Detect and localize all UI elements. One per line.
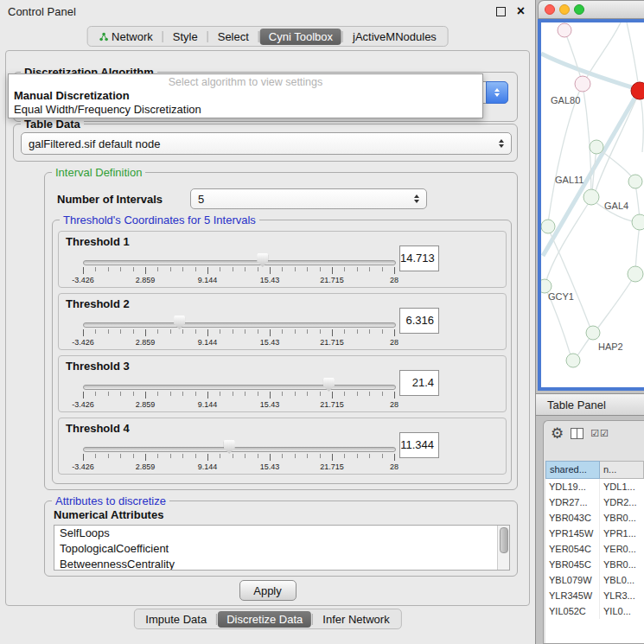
bottom-tab-discretize-data[interactable]: Discretize Data bbox=[218, 611, 311, 628]
apply-button[interactable]: Apply bbox=[239, 580, 296, 601]
group-label-attributes: Attributes to discretize bbox=[52, 494, 169, 507]
numerical-attributes-list[interactable]: SelfLoopsTopologicalCoefficientBetweenne… bbox=[54, 525, 510, 571]
table-row[interactable]: YER054CYER0... bbox=[545, 541, 644, 557]
table-row[interactable]: YPR145WYPR1... bbox=[545, 526, 644, 541]
tab-label: Impute Data bbox=[145, 613, 207, 626]
tab-label: Network bbox=[112, 30, 153, 43]
combobox-arrows-icon[interactable] bbox=[486, 81, 508, 104]
table-row[interactable]: YLR345WYLR3... bbox=[545, 588, 644, 603]
bottom-tab-infer-network[interactable]: Infer Network bbox=[314, 611, 398, 628]
scale-label: 28 bbox=[390, 400, 399, 409]
threshold-value-field[interactable]: 14.713 bbox=[399, 245, 439, 271]
scale-label: 9.144 bbox=[198, 462, 218, 471]
table-rows: YDL19...YDL1...YDR27...YDR2...YBR043CYBR… bbox=[545, 479, 644, 643]
scale-label: 28 bbox=[390, 276, 399, 284]
tab-separator bbox=[342, 31, 343, 42]
scrollbar-thumb[interactable] bbox=[500, 527, 508, 553]
threshold-value-field[interactable]: 21.4 bbox=[399, 370, 439, 396]
table-cell: YDR27... bbox=[545, 494, 600, 510]
tab-network[interactable]: Network bbox=[90, 29, 162, 45]
threshold-label: Threshold 3 bbox=[66, 360, 130, 373]
tab-cyni-toolbox[interactable]: Cyni Toolbox bbox=[260, 29, 341, 45]
table-cell: YDL1... bbox=[600, 479, 644, 494]
slider-track[interactable] bbox=[83, 385, 396, 390]
bottom-tab-impute-data[interactable]: Impute Data bbox=[137, 611, 215, 628]
threshold-label: Threshold 2 bbox=[66, 297, 130, 310]
network-node-green[interactable] bbox=[628, 266, 643, 282]
network-node-green[interactable] bbox=[586, 326, 600, 340]
node-label: GCY1 bbox=[548, 291, 574, 302]
zoom-traffic-light-icon[interactable] bbox=[574, 4, 584, 15]
network-node-pink[interactable] bbox=[558, 23, 571, 37]
dropdown-option-manual[interactable]: Manual Discretization bbox=[9, 89, 482, 103]
num-intervals-combobox[interactable]: 5 bbox=[190, 188, 427, 209]
table-cell: YBR045C bbox=[545, 557, 600, 572]
network-node-green[interactable] bbox=[632, 214, 644, 230]
network-node-red[interactable] bbox=[631, 82, 644, 99]
bottom-tab-bar: Impute DataDiscretize DataInfer Network bbox=[133, 609, 401, 629]
threshold-value-field[interactable]: 6.316 bbox=[399, 308, 439, 334]
scale-label: 15.43 bbox=[260, 276, 280, 284]
table-row[interactable]: YBL079WYBL0... bbox=[545, 572, 644, 588]
table-cell: YBL0... bbox=[600, 572, 644, 588]
scale-label: -3.426 bbox=[72, 276, 94, 284]
table-row[interactable]: YIL052CYIL0... bbox=[545, 603, 644, 619]
tab-select[interactable]: Select bbox=[209, 29, 258, 45]
scale-label: 9.144 bbox=[198, 276, 218, 284]
slider-track[interactable] bbox=[83, 447, 396, 452]
minimize-traffic-light-icon[interactable] bbox=[559, 4, 570, 15]
group-label-interval: Interval Definition bbox=[52, 166, 145, 179]
tab-label: Select bbox=[218, 30, 249, 43]
dropdown-option-equal-width[interactable]: Equal Width/Frequency Discretization bbox=[9, 103, 482, 117]
attribute-list-item[interactable]: SelfLoops bbox=[54, 526, 509, 541]
network-view[interactable]: GAL80GAL11GAL4GCY1HAP2 bbox=[538, 19, 644, 391]
cyni-toolbox-panel: Discretization Algorithm Select algorith… bbox=[5, 50, 530, 606]
network-node-pink[interactable] bbox=[575, 76, 590, 92]
table-column-header[interactable]: shared... bbox=[545, 461, 600, 479]
tab-label: Infer Network bbox=[322, 613, 389, 626]
table-cell: YER0... bbox=[600, 541, 644, 557]
scale-label: 2.859 bbox=[136, 462, 156, 471]
network-node-green[interactable] bbox=[541, 220, 555, 233]
table-row[interactable]: YBR043CYBR0... bbox=[545, 510, 644, 526]
gear-icon[interactable]: ⚙ bbox=[551, 426, 564, 441]
table-cell: YLR3... bbox=[600, 588, 644, 603]
network-node-green[interactable] bbox=[590, 140, 603, 154]
slider-track[interactable] bbox=[83, 322, 396, 328]
scale-label: 9.144 bbox=[198, 338, 218, 347]
scale-label: 28 bbox=[390, 338, 399, 347]
network-node-green[interactable] bbox=[566, 354, 580, 367]
network-node-green[interactable] bbox=[583, 189, 599, 205]
table-cell: YBR0... bbox=[600, 557, 644, 572]
num-intervals-value: 5 bbox=[191, 193, 414, 206]
select-columns-icon[interactable]: ☑☑ bbox=[590, 428, 609, 439]
table-row[interactable]: YBR045CYBR0... bbox=[545, 557, 644, 572]
attribute-list-item[interactable]: TopologicalCoefficient bbox=[54, 541, 509, 557]
threshold-value-field[interactable]: 11.344 bbox=[399, 432, 439, 458]
table-row[interactable]: YDR27...YDR2... bbox=[545, 494, 644, 510]
network-canvas[interactable]: GAL80GAL11GAL4GCY1HAP2 bbox=[541, 22, 644, 387]
table-column-header[interactable]: n... bbox=[600, 461, 644, 479]
scale-label: 21.715 bbox=[320, 400, 344, 409]
scale-label: 21.715 bbox=[320, 276, 344, 284]
float-window-icon[interactable] bbox=[496, 7, 506, 16]
close-window-icon[interactable]: × bbox=[517, 6, 525, 16]
table-panel-header[interactable]: Table Panel bbox=[536, 393, 644, 416]
list-scrollbar[interactable] bbox=[497, 526, 509, 570]
slider-track[interactable] bbox=[83, 260, 396, 265]
attribute-list-item[interactable]: BetweennessCentrality bbox=[54, 557, 509, 571]
tab-style[interactable]: Style bbox=[164, 29, 207, 45]
table-cell: YER054C bbox=[545, 541, 600, 557]
network-icon bbox=[99, 32, 108, 41]
tab-jactivemnodules[interactable]: jActiveMNodules bbox=[344, 29, 445, 45]
table-cell: YDL19... bbox=[545, 479, 600, 494]
close-traffic-light-icon[interactable] bbox=[545, 4, 555, 15]
table-data-combobox[interactable]: galFiltered.sif default node bbox=[21, 132, 512, 155]
table-cell: YLR345W bbox=[545, 588, 600, 603]
scale-label: 28 bbox=[390, 462, 399, 471]
tab-separator bbox=[163, 31, 163, 42]
scale-label: 2.859 bbox=[136, 400, 156, 409]
columns-icon[interactable] bbox=[571, 428, 583, 439]
network-node-green[interactable] bbox=[628, 175, 642, 188]
table-row[interactable]: YDL19...YDL1... bbox=[545, 479, 644, 494]
